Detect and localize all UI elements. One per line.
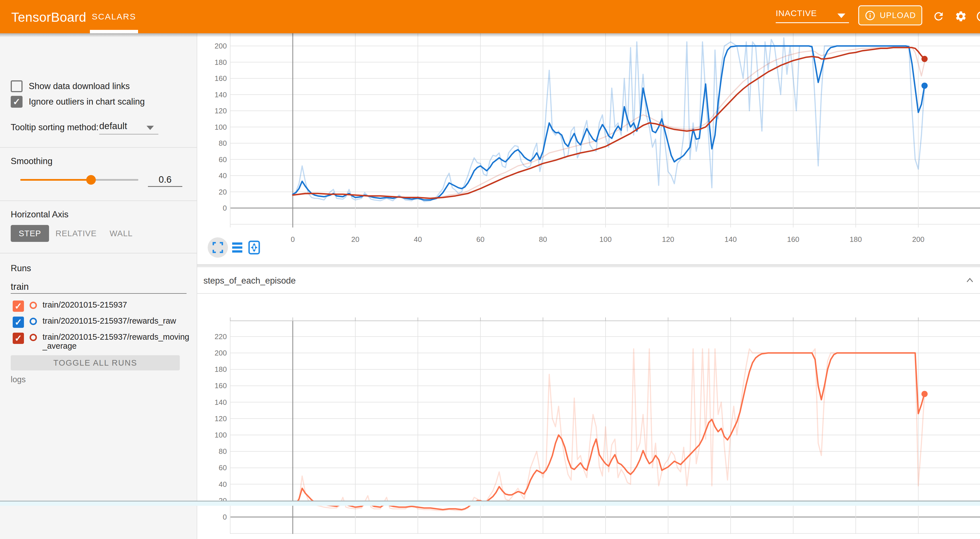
ignore-outliers-checkbox[interactable]: ✓ <box>11 96 22 108</box>
divider <box>0 253 197 254</box>
svg-text:60: 60 <box>476 235 485 244</box>
svg-text:80: 80 <box>219 139 227 147</box>
tooltip-sorting-underline <box>99 134 158 134</box>
tooltip-sorting-label: Tooltip sorting method: <box>11 122 99 132</box>
svg-text:220: 220 <box>215 332 227 341</box>
run-checkbox[interactable]: ✓ <box>13 333 24 344</box>
svg-text:60: 60 <box>219 155 227 164</box>
svg-text:100: 100 <box>599 235 611 244</box>
axis-button-relative[interactable]: RELATIVE <box>58 225 94 242</box>
log-scale-icon[interactable] <box>232 242 242 253</box>
smoothing-slider-fill <box>20 179 91 181</box>
svg-text:80: 80 <box>219 447 227 456</box>
upload-button-label: UPLOAD <box>880 11 916 20</box>
check-icon: ✓ <box>15 318 22 327</box>
svg-text:80: 80 <box>539 235 547 244</box>
svg-text:200: 200 <box>215 349 227 357</box>
check-icon: ✓ <box>15 301 22 311</box>
run-label: train/20201015-215937 <box>43 300 193 309</box>
data-status-underline <box>776 22 849 23</box>
info-icon <box>864 10 876 21</box>
svg-text:20: 20 <box>352 235 360 244</box>
run-row[interactable]: ✓ train/20201015-215937/rewards_raw <box>13 317 193 328</box>
app-header: TensorBoard SCALARS INACTIVE UPLOAD <box>0 0 980 33</box>
icon-hover-circle <box>208 238 228 258</box>
axis-button-step[interactable]: STEP <box>11 225 49 242</box>
smoothing-label: Smoothing <box>11 156 52 166</box>
svg-text:60: 60 <box>219 464 227 472</box>
svg-text:180: 180 <box>215 365 227 373</box>
refresh-icon[interactable] <box>932 10 945 22</box>
run-label: train/20201015-215937/rewards_moving_ave… <box>43 333 193 351</box>
svg-text:180: 180 <box>850 235 862 244</box>
divider <box>0 201 197 201</box>
show-download-links-checkbox[interactable] <box>11 80 22 92</box>
svg-text:200: 200 <box>215 42 227 50</box>
svg-text:160: 160 <box>215 381 227 390</box>
rewards-chart[interactable]: 0204060801001201401601802000204060801001… <box>197 33 980 265</box>
section-title: steps_of_each_episode <box>204 276 296 286</box>
svg-text:40: 40 <box>219 171 227 180</box>
svg-text:0: 0 <box>223 513 227 521</box>
svg-text:180: 180 <box>215 58 227 67</box>
chart-toolbar <box>207 237 275 258</box>
ignore-outliers-row[interactable]: ✓ Ignore outliers in chart scaling <box>11 96 145 108</box>
checkbox-label: Ignore outliers in chart scaling <box>29 97 145 107</box>
svg-text:140: 140 <box>724 235 737 244</box>
app-title: TensorBoard <box>11 10 86 25</box>
svg-text:160: 160 <box>787 235 799 244</box>
tooltip-sorting-value: default <box>99 121 127 131</box>
chevron-up-icon[interactable] <box>965 275 975 285</box>
tab-active-underline <box>90 30 138 33</box>
checkbox-label: Show data download links <box>29 81 130 91</box>
check-icon: ✓ <box>13 97 21 106</box>
section-header[interactable]: steps_of_each_episode <box>197 267 980 294</box>
run-color-swatch <box>30 318 37 325</box>
check-icon: ✓ <box>15 334 22 343</box>
toggle-all-runs-button[interactable]: TOGGLE ALL RUNS <box>11 355 180 370</box>
runs-label: Runs <box>11 263 31 273</box>
svg-text:0: 0 <box>291 235 295 244</box>
divider <box>0 147 197 148</box>
settings-sidebar: Show data download links ✓ Ignore outlie… <box>0 33 197 539</box>
smoothing-slider-thumb[interactable] <box>86 175 96 185</box>
run-color-swatch <box>30 334 37 341</box>
svg-text:120: 120 <box>215 107 227 115</box>
smoothing-value-underline <box>148 186 182 187</box>
steps-of-each-episode-chart[interactable]: 020406080100120140160180200220 <box>197 294 980 534</box>
run-label: train/20201015-215937/rewards_raw <box>43 317 193 325</box>
svg-text:0: 0 <box>223 204 227 212</box>
run-color-swatch <box>30 301 37 309</box>
logs-label: logs <box>11 375 25 384</box>
tooltip-sorting-select[interactable]: default <box>99 121 184 131</box>
svg-text:40: 40 <box>219 480 227 488</box>
run-filter-input[interactable]: train <box>11 281 185 292</box>
horizontal-axis-label: Horizontal Axis <box>11 209 68 220</box>
svg-text:140: 140 <box>215 398 227 407</box>
svg-text:120: 120 <box>662 235 674 244</box>
svg-text:160: 160 <box>215 74 227 83</box>
run-checkbox[interactable]: ✓ <box>13 317 24 328</box>
run-checkbox[interactable]: ✓ <box>13 300 24 312</box>
fit-domain-icon[interactable] <box>249 241 259 254</box>
show-download-links-row[interactable]: Show data download links <box>11 80 130 92</box>
svg-text:100: 100 <box>215 123 227 131</box>
svg-text:20: 20 <box>219 188 227 196</box>
smoothing-slider[interactable] <box>20 179 138 181</box>
help-icon[interactable] <box>976 10 980 22</box>
run-filter-underline <box>11 293 186 294</box>
header-shadow <box>0 33 980 37</box>
chevron-down-icon <box>146 126 154 130</box>
tab-scalars[interactable]: SCALARS <box>90 0 138 33</box>
run-row[interactable]: ✓ train/20201015-215937/rewards_moving_a… <box>13 333 193 351</box>
card-gap <box>197 265 980 267</box>
upload-button[interactable]: UPLOAD <box>858 5 922 26</box>
run-row[interactable]: ✓ train/20201015-215937 <box>13 300 193 312</box>
axis-button-wall[interactable]: WALL <box>108 225 134 242</box>
svg-text:120: 120 <box>215 415 227 423</box>
svg-text:140: 140 <box>215 91 227 99</box>
chevron-down-icon <box>837 14 845 18</box>
data-status-value: INACTIVE <box>776 8 817 18</box>
gear-icon[interactable] <box>955 10 967 22</box>
smoothing-value-input[interactable]: 0.6 <box>148 174 182 185</box>
